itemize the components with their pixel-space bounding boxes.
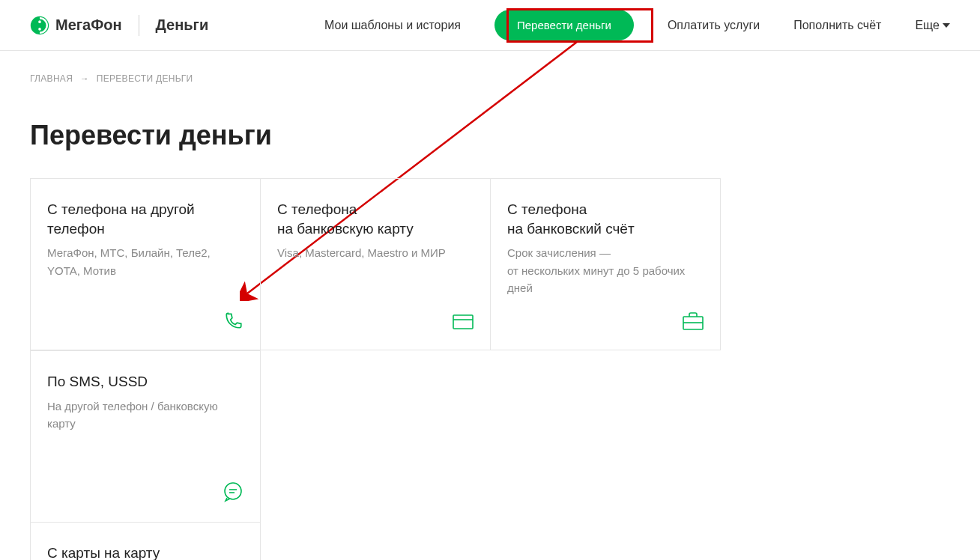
megafon-logo-icon: [30, 16, 49, 35]
nav-templates[interactable]: Мои шаблоны и история: [324, 19, 461, 32]
breadcrumb-sep: →: [80, 73, 89, 84]
briefcase-icon: [683, 312, 704, 333]
card-desc: МегаФон, МТС, Билайн, Теле2, YOTA, Мотив: [47, 244, 244, 279]
nav-topup[interactable]: Пополнить счёт: [793, 19, 881, 32]
card-phone-to-phone[interactable]: С телефона на другой телефон МегаФон, МТ…: [31, 178, 261, 350]
brand-name: МегаФон: [55, 16, 122, 34]
chevron-down-icon: [943, 23, 950, 28]
section-label[interactable]: Деньги: [156, 16, 209, 34]
nav-more-label: Еще: [915, 19, 940, 32]
chat-icon: [223, 481, 244, 505]
svg-point-2: [38, 28, 41, 31]
nav-more[interactable]: Еще: [915, 19, 950, 32]
card-desc: На другой телефон / банковскую карту: [47, 398, 244, 433]
cards-row-1: С телефона на другой телефон МегаФон, МТ…: [30, 178, 950, 523]
main-nav: Мои шаблоны и история Перевести деньги О…: [324, 10, 950, 40]
phone-icon: [224, 311, 244, 333]
card-title: С телефона на другой телефон: [47, 200, 244, 238]
card-title: По SMS, USSD: [47, 372, 244, 392]
card-sms-ussd[interactable]: По SMS, USSD На другой телефон / банковс…: [31, 350, 261, 523]
card-icon: [453, 314, 474, 333]
divider: [139, 15, 139, 36]
header: МегаФон Деньги Мои шаблоны и история Пер…: [0, 0, 980, 51]
logo[interactable]: МегаФон: [30, 16, 122, 35]
content: ГЛАВНАЯ → ПЕРЕВЕСТИ ДЕНЬГИ Перевести ден…: [0, 51, 980, 560]
page-title: Перевести деньги: [30, 120, 950, 151]
cards-row-2: С карты на карту Visa, Mastercard и МИР: [30, 523, 950, 560]
nav-pay[interactable]: Оплатить услуги: [668, 19, 760, 32]
card-title: С телефонана банковскую карту: [277, 200, 474, 238]
svg-rect-4: [453, 315, 473, 329]
card-desc: Срок зачисления —от нескольких минут до …: [507, 244, 704, 296]
nav-transfer-button[interactable]: Перевести деньги: [494, 10, 634, 40]
card-title: С карты на карту: [47, 544, 244, 560]
card-phone-to-account[interactable]: С телефонана банковский счёт Срок зачисл…: [491, 178, 721, 350]
svg-point-8: [225, 483, 241, 499]
card-card-to-card[interactable]: С карты на карту Visa, Mastercard и МИР: [31, 523, 261, 560]
card-desc: Visa, Mastercard, Maestro и МИР: [277, 244, 474, 261]
breadcrumb: ГЛАВНАЯ → ПЕРЕВЕСТИ ДЕНЬГИ: [30, 73, 950, 84]
breadcrumb-home[interactable]: ГЛАВНАЯ: [30, 73, 73, 84]
card-phone-to-card[interactable]: С телефонана банковскую карту Visa, Mast…: [261, 178, 491, 350]
svg-point-1: [38, 20, 41, 23]
card-title: С телефонана банковский счёт: [507, 200, 704, 238]
breadcrumb-current: ПЕРЕВЕСТИ ДЕНЬГИ: [97, 73, 193, 84]
